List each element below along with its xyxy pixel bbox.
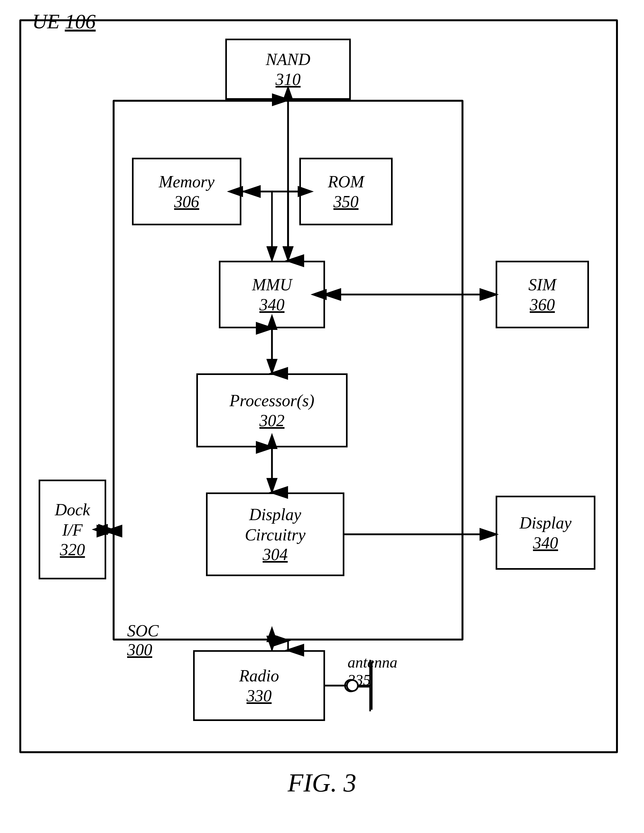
mmu-label: MMU: [252, 275, 292, 295]
memory-block: Memory 306: [132, 158, 241, 225]
antenna-label: antenna335: [348, 653, 397, 689]
memory-num: 306: [174, 192, 199, 211]
display-label: Display: [519, 513, 572, 533]
soc-label: SOC300: [127, 621, 159, 659]
nand-label: NAND: [266, 50, 311, 69]
mmu-block: MMU 340: [219, 261, 325, 328]
display-circ-num: 304: [263, 545, 288, 564]
sim-num: 360: [530, 295, 555, 314]
nand-num: 310: [276, 70, 300, 89]
sim-label: SIM: [528, 275, 556, 295]
display-num: 340: [533, 533, 558, 552]
nand-block: NAND 310: [225, 39, 351, 100]
radio-num: 330: [247, 686, 271, 705]
sim-block: SIM 360: [496, 261, 589, 328]
ue-label: UE 106: [32, 10, 96, 34]
rom-label: ROM: [328, 172, 364, 192]
rom-block: ROM 350: [299, 158, 393, 225]
dock-label: DockI/F: [55, 500, 90, 540]
processor-num: 302: [259, 411, 284, 430]
mmu-num: 340: [259, 295, 284, 314]
dock-block: DockI/F 320: [39, 479, 106, 579]
memory-label: Memory: [159, 172, 214, 192]
display-block: Display 340: [496, 496, 596, 570]
soc-num: 300: [127, 640, 152, 659]
ue-num: 106: [65, 10, 96, 33]
processor-block: Processor(s) 302: [196, 373, 348, 447]
rom-num: 350: [333, 192, 358, 211]
figure-caption: FIG. 3: [288, 768, 356, 798]
radio-block: Radio 330: [193, 650, 325, 721]
antenna-num: 335: [348, 671, 371, 688]
display-circ-label: DisplayCircuitry: [245, 505, 306, 545]
processor-label: Processor(s): [230, 391, 315, 411]
diagram-page: UE 106 SOC300 NAND 310 Memory 306 ROM 35…: [0, 0, 644, 833]
radio-label: Radio: [239, 666, 279, 686]
dock-num: 320: [60, 540, 85, 559]
display-circ-block: DisplayCircuitry 304: [206, 492, 344, 576]
